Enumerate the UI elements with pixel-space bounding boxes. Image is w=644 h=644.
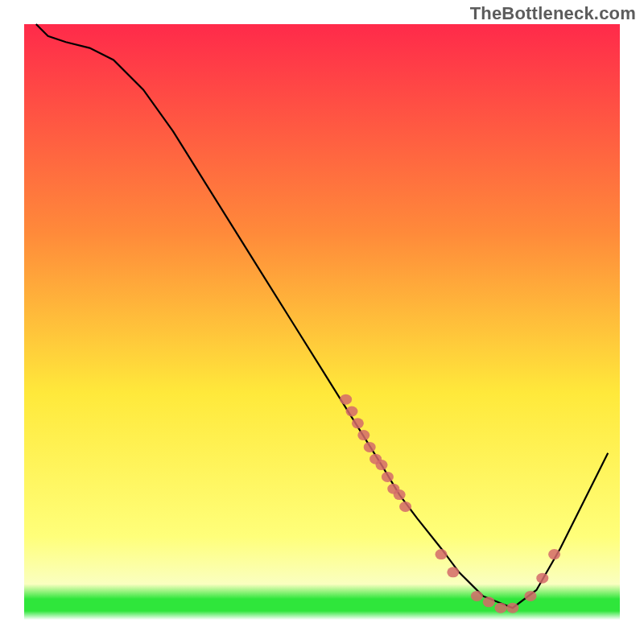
data-point bbox=[483, 597, 495, 607]
data-point bbox=[382, 472, 394, 482]
data-point bbox=[399, 502, 411, 512]
data-point bbox=[536, 573, 548, 584]
plot-background bbox=[24, 24, 620, 620]
data-point bbox=[340, 394, 352, 405]
data-point bbox=[548, 549, 560, 559]
bottleneck-chart bbox=[0, 0, 644, 644]
data-point bbox=[495, 603, 507, 613]
data-point bbox=[357, 430, 369, 440]
data-point bbox=[471, 591, 483, 601]
data-point bbox=[394, 489, 406, 500]
data-point bbox=[506, 603, 518, 613]
data-point bbox=[346, 407, 358, 417]
chart-container: TheBottleneck.com bbox=[0, 0, 644, 644]
data-point bbox=[525, 591, 537, 601]
watermark-text: TheBottleneck.com bbox=[470, 3, 636, 24]
data-point bbox=[376, 460, 388, 470]
data-point bbox=[364, 442, 376, 452]
data-point bbox=[447, 567, 459, 577]
data-point bbox=[436, 549, 448, 559]
data-point bbox=[352, 418, 364, 428]
